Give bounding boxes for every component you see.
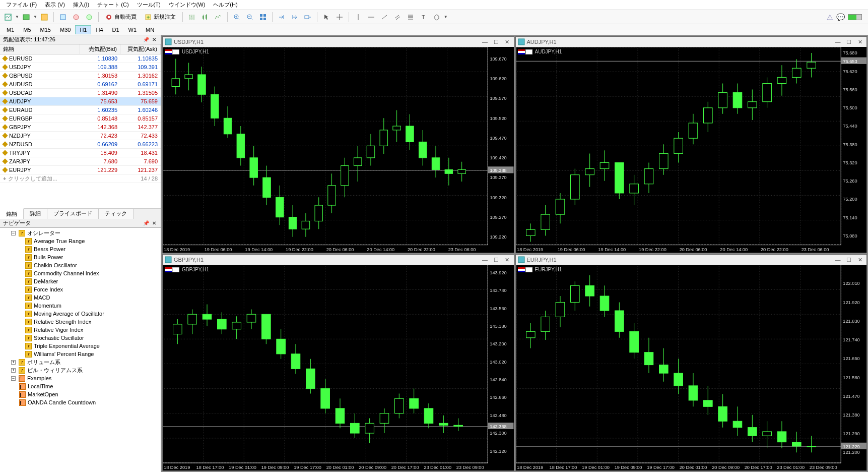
watch-tab[interactable]: 詳細 bbox=[24, 209, 47, 219]
nav-item[interactable]: fCommodity Channel Index bbox=[1, 269, 160, 277]
symbol-row-GBPJPY[interactable]: GBPJPY142.368142.377 bbox=[0, 123, 161, 132]
nav-item[interactable]: −fオシレーター bbox=[1, 229, 160, 237]
nav-item[interactable]: fMACD bbox=[1, 293, 160, 302]
close-icon[interactable]: ✕ bbox=[855, 256, 864, 264]
timeframe-M1[interactable]: M1 bbox=[2, 25, 19, 34]
auto-scroll-icon[interactable] bbox=[289, 12, 301, 23]
watch-tab[interactable]: プライスボード bbox=[47, 209, 99, 219]
candle-chart-icon[interactable] bbox=[199, 12, 211, 23]
maximize-icon[interactable]: ☐ bbox=[844, 256, 853, 264]
nav-item[interactable]: fForce Index bbox=[1, 285, 160, 293]
profiles-icon[interactable] bbox=[20, 12, 32, 23]
symbol-row-EURAUD[interactable]: EURAUD1.602351.60246 bbox=[0, 106, 161, 114]
watch-tab[interactable]: ティック bbox=[99, 209, 133, 219]
chart-canvas[interactable]: EURJPY,H1 122.010121.920121.830121.74012… bbox=[516, 265, 867, 470]
timeframe-M30[interactable]: M30 bbox=[55, 25, 75, 34]
bar-chart-icon[interactable] bbox=[186, 12, 198, 23]
channel-icon[interactable] bbox=[391, 12, 404, 23]
nav-item[interactable]: fMoving Average of Oscillator bbox=[1, 310, 160, 318]
nav-item[interactable]: fOANDA Candle Countdown bbox=[1, 398, 160, 406]
symbol-row-GBPUSD[interactable]: GBPUSD1.301531.30162 bbox=[0, 72, 161, 80]
chart-canvas[interactable]: GBPJPY,H1 143.920143.740143.560143.38014… bbox=[163, 265, 514, 470]
menu-insert[interactable]: 挿入(I) bbox=[69, 0, 93, 10]
timeframe-D1[interactable]: D1 bbox=[108, 25, 124, 34]
nav-item[interactable]: fRelative Vigor Index bbox=[1, 326, 160, 334]
timeframe-M5[interactable]: M5 bbox=[19, 25, 35, 34]
maximize-icon[interactable]: ☐ bbox=[492, 38, 501, 46]
chart-canvas[interactable]: USDJPY,H1 109.670109.620109.570109.52010… bbox=[163, 47, 514, 253]
maximize-icon[interactable]: ☐ bbox=[844, 38, 853, 46]
vertical-line-icon[interactable] bbox=[352, 12, 364, 23]
chart-titlebar[interactable]: GBPJPY,H1 — ☐ ✕ bbox=[163, 255, 514, 265]
close-icon[interactable]: ✕ bbox=[503, 256, 512, 264]
text-icon[interactable]: T bbox=[418, 12, 430, 23]
timeframe-MN[interactable]: MN bbox=[141, 25, 159, 34]
objects-icon[interactable] bbox=[431, 12, 443, 23]
nav-item[interactable]: fBulls Power bbox=[1, 253, 160, 261]
close-icon[interactable]: ✕ bbox=[855, 38, 864, 46]
connection-indicator[interactable] bbox=[848, 14, 862, 20]
chart-titlebar[interactable]: USDJPY,H1 — ☐ ✕ bbox=[163, 37, 514, 47]
symbol-row-AUDUSD[interactable]: AUDUSD0.691620.69171 bbox=[0, 80, 161, 89]
nav-item[interactable]: fDeMarker bbox=[1, 277, 160, 285]
horizontal-line-icon[interactable] bbox=[365, 12, 377, 23]
minimize-icon[interactable]: — bbox=[833, 38, 842, 46]
symbol-row-EURJPY[interactable]: EURJPY121.229121.237 bbox=[0, 166, 161, 174]
symbol-row-TRYJPY[interactable]: TRYJPY18.40918.431 bbox=[0, 149, 161, 157]
zoom-in-icon[interactable] bbox=[231, 12, 243, 23]
menu-view[interactable]: 表示 (V) bbox=[41, 0, 69, 10]
new-order-button[interactable]: 新規注文 bbox=[141, 12, 179, 23]
symbol-row-ZARJPY[interactable]: ZARJPY7.6807.690 bbox=[0, 157, 161, 166]
pin-icon[interactable]: 📌 bbox=[143, 220, 150, 227]
timeframe-M15[interactable]: M15 bbox=[36, 25, 55, 34]
pin-icon[interactable]: 📌 bbox=[143, 36, 150, 43]
chart-titlebar[interactable]: AUDJPY,H1 — ☐ ✕ bbox=[516, 37, 867, 47]
menu-tools[interactable]: ツール(T) bbox=[133, 0, 165, 10]
symbol-row-EURUSD[interactable]: EURUSD1.108301.10835 bbox=[0, 54, 161, 63]
crosshair-icon[interactable] bbox=[333, 12, 346, 23]
timeframe-H1[interactable]: H1 bbox=[75, 25, 91, 34]
nav-item[interactable]: −fExamples bbox=[1, 374, 160, 382]
alert-icon[interactable]: ⚠ bbox=[827, 13, 833, 21]
close-icon[interactable]: ✕ bbox=[503, 38, 512, 46]
nav-item[interactable]: +fボリューム系 bbox=[1, 358, 160, 366]
close-icon[interactable]: ✕ bbox=[151, 220, 158, 227]
minimize-icon[interactable]: — bbox=[481, 38, 490, 46]
symbol-row-NZDJPY[interactable]: NZDJPY72.42372.433 bbox=[0, 132, 161, 140]
menu-file[interactable]: ファイル (F) bbox=[2, 0, 41, 10]
symbol-row-EURGBP[interactable]: EURGBP0.851480.85157 bbox=[0, 114, 161, 123]
timeframe-H4[interactable]: H4 bbox=[91, 25, 107, 34]
market-watch-add[interactable]: + クリックして追加... 14 / 28 bbox=[0, 174, 161, 183]
chart-shift-icon[interactable] bbox=[302, 12, 314, 23]
line-chart-icon[interactable] bbox=[212, 12, 224, 23]
symbol-row-USDCAD[interactable]: USDCAD1.314901.31505 bbox=[0, 89, 161, 97]
minimize-icon[interactable]: — bbox=[481, 256, 490, 264]
nav-item[interactable]: fBears Power bbox=[1, 245, 160, 253]
nav-item[interactable]: fTriple Exponential Average bbox=[1, 342, 160, 350]
symbol-row-USDJPY[interactable]: USDJPY109.388109.391 bbox=[0, 63, 161, 72]
zoom-out-icon[interactable] bbox=[244, 12, 256, 23]
shift-end-icon[interactable] bbox=[276, 12, 288, 23]
chart-canvas[interactable]: AUDJPY,H1 75.68075.65375.62075.56075.500… bbox=[516, 47, 867, 253]
navigator-icon[interactable] bbox=[70, 12, 82, 23]
maximize-icon[interactable]: ☐ bbox=[492, 256, 501, 264]
nav-item[interactable]: fRelative Strength Index bbox=[1, 318, 160, 326]
nav-item[interactable]: fChaikin Oscillator bbox=[1, 261, 160, 269]
nav-item[interactable]: fLocalTime bbox=[1, 382, 160, 390]
new-chart-icon[interactable] bbox=[2, 12, 14, 23]
nav-item[interactable]: +fビル・ウィリアムス系 bbox=[1, 366, 160, 374]
chat-icon[interactable]: 💬 bbox=[836, 13, 845, 21]
data-window-icon[interactable] bbox=[57, 12, 69, 23]
nav-item[interactable]: fAverage True Range bbox=[1, 237, 160, 245]
menu-help[interactable]: ヘルプ(H) bbox=[209, 0, 241, 10]
menu-window[interactable]: ウインドウ(W) bbox=[165, 0, 210, 10]
timeframe-W1[interactable]: W1 bbox=[124, 25, 142, 34]
minimize-icon[interactable]: — bbox=[833, 256, 842, 264]
autotrade-button[interactable]: 自動売買 bbox=[102, 12, 140, 23]
nav-item[interactable]: fMarketOpen bbox=[1, 390, 160, 398]
chart-titlebar[interactable]: EURJPY,H1 — ☐ ✕ bbox=[516, 255, 867, 265]
market-watch-icon[interactable] bbox=[38, 12, 50, 23]
fibonacci-icon[interactable] bbox=[405, 12, 417, 23]
terminal-icon[interactable] bbox=[83, 12, 95, 23]
nav-item[interactable]: fMomentum bbox=[1, 302, 160, 310]
